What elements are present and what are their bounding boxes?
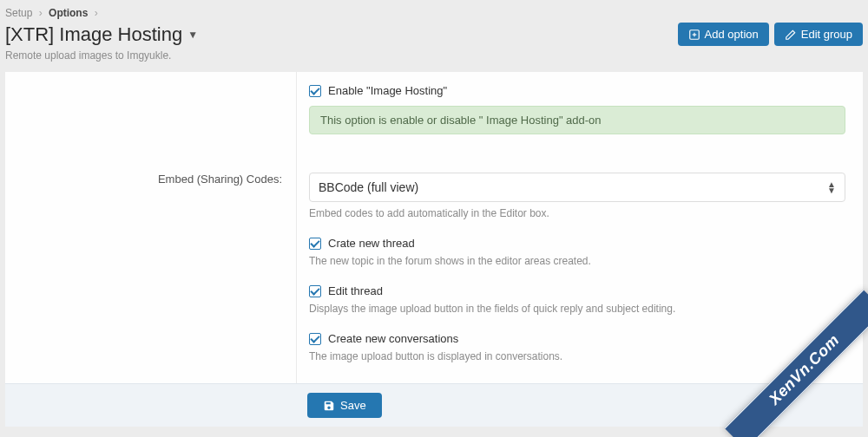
breadcrumb-item-current[interactable]: Options bbox=[49, 7, 88, 19]
embed-hint: Embed codes to add automatically in the … bbox=[309, 207, 845, 219]
button-label: Edit group bbox=[801, 28, 852, 41]
create-conv-label[interactable]: Create new conversations bbox=[328, 332, 458, 345]
enable-hint: This option is enable or disable " Image… bbox=[309, 106, 845, 134]
plus-square-icon bbox=[688, 29, 700, 41]
embed-label: Embed (Sharing) Codes: bbox=[5, 160, 296, 383]
breadcrumb-item[interactable]: Setup bbox=[5, 7, 32, 19]
edit-group-button[interactable]: Edit group bbox=[774, 23, 863, 46]
create-thread-hint: The new topic in the forum shows in the … bbox=[309, 255, 845, 267]
create-conv-hint: The image upload button is displayed in … bbox=[309, 350, 845, 362]
chevron-right-icon: › bbox=[95, 7, 98, 19]
page-title-text: [XTR] Image Hosting bbox=[5, 23, 182, 46]
enable-checkbox[interactable] bbox=[309, 85, 321, 97]
edit-thread-label[interactable]: Edit thread bbox=[328, 284, 383, 297]
edit-icon bbox=[785, 29, 797, 41]
options-panel: Enable "Image Hosting" This option is en… bbox=[5, 72, 863, 383]
save-label: Save bbox=[340, 399, 366, 412]
embed-select[interactable]: BBCode (full view) ▲▼ bbox=[309, 173, 845, 202]
create-thread-checkbox[interactable] bbox=[309, 238, 321, 250]
button-label: Add option bbox=[705, 28, 759, 41]
enable-label[interactable]: Enable "Image Hosting" bbox=[328, 84, 447, 97]
caret-down-icon: ▼ bbox=[187, 29, 198, 41]
select-arrows-icon: ▲▼ bbox=[827, 181, 836, 193]
save-icon bbox=[323, 400, 335, 412]
page-subtitle: Remote upload images to Imgyukle. bbox=[0, 49, 868, 72]
page-title[interactable]: [XTR] Image Hosting ▼ bbox=[5, 23, 198, 46]
embed-select-value: BBCode (full view) bbox=[319, 180, 418, 194]
add-option-button[interactable]: Add option bbox=[678, 23, 769, 46]
breadcrumb: Setup › Options › bbox=[0, 0, 868, 23]
chevron-right-icon: › bbox=[39, 7, 43, 19]
create-thread-label[interactable]: Crate new thread bbox=[328, 237, 415, 250]
create-conv-checkbox[interactable] bbox=[309, 333, 321, 345]
edit-thread-hint: Displays the image upload button in the … bbox=[309, 303, 845, 315]
edit-thread-checkbox[interactable] bbox=[309, 285, 321, 297]
save-button[interactable]: Save bbox=[307, 393, 382, 418]
